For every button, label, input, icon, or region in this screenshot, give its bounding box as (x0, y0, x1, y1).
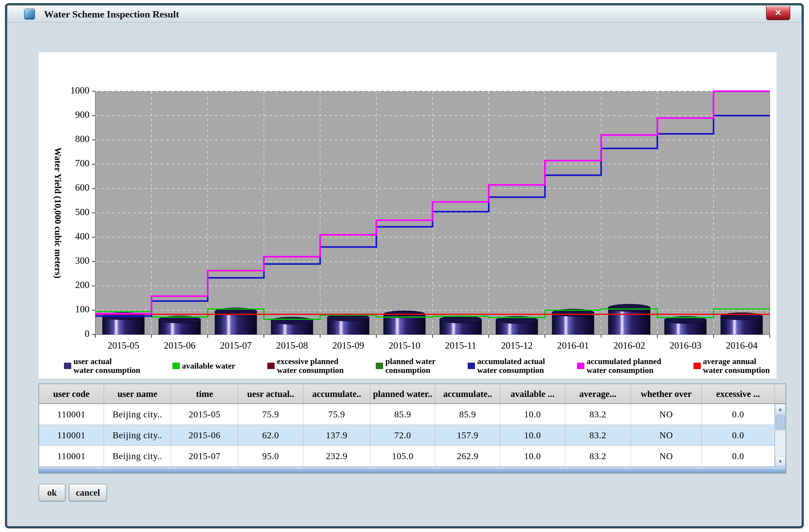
horizontal-scrollbar[interactable] (39, 467, 786, 473)
legend-swatch (267, 363, 275, 369)
y-axis: 01002003004005006007008009001000 (70, 85, 95, 339)
column-header-11[interactable]: excessive ... (702, 384, 775, 404)
table-cell: 0.0 (702, 404, 775, 425)
table-cell: 110001 (39, 446, 104, 467)
table-cell: 75.9 (303, 404, 371, 425)
column-header-6[interactable]: planned water.. (371, 384, 435, 404)
vertical-scrollbar[interactable]: ▲ ▼ (775, 404, 786, 467)
table-row[interactable]: 110001Beijing city..2015-0575.975.985.98… (39, 404, 775, 425)
legend-swatch (577, 363, 584, 369)
table-cell: 10.0 (500, 425, 565, 446)
legend-item-accumulated-actual: accumulated actualwater consumption (468, 357, 545, 375)
table-cell: 75.9 (238, 404, 303, 425)
table-cell: 83.2 (565, 425, 631, 446)
legend-label: user actualwater consumption (73, 357, 140, 375)
column-header-10[interactable]: whether over (631, 384, 702, 404)
table-cell: 83.2 (565, 446, 631, 467)
column-header-5[interactable]: accumulate.. (303, 384, 371, 404)
cancel-button[interactable]: cancel (69, 484, 107, 501)
dialog-buttons: ok cancel (38, 484, 107, 501)
svg-text:900: 900 (75, 109, 89, 120)
column-header-9[interactable]: average... (565, 384, 631, 404)
header-spacer (775, 384, 786, 404)
close-button[interactable]: ✕ (766, 6, 790, 20)
title-bar[interactable]: Water Scheme Inspection Result ✕ (7, 5, 802, 23)
legend-label: accumulated actualwater consumption (477, 357, 545, 375)
column-header-2[interactable]: user name (104, 384, 171, 404)
svg-text:2016-02: 2016-02 (614, 340, 645, 351)
scroll-up-button[interactable]: ▲ (775, 404, 786, 414)
svg-text:2015-09: 2015-09 (332, 340, 364, 351)
legend-label: planned waterconsumption (385, 357, 435, 375)
column-header-3[interactable]: time (171, 384, 238, 404)
table-cell: 110001 (39, 425, 104, 446)
table-cell: 2015-06 (171, 425, 238, 446)
table-cell: 83.2 (565, 404, 631, 425)
table-cell: 0.0 (702, 425, 775, 446)
svg-text:500: 500 (75, 207, 89, 217)
svg-text:600: 600 (75, 182, 89, 193)
window-title: Water Scheme Inspection Result (44, 5, 179, 23)
table-header-row: user codeuser nametimeuesr actual..accum… (39, 384, 786, 404)
table-cell: 10.0 (500, 446, 565, 467)
scrollbar-thumb[interactable] (775, 415, 785, 430)
legend-label: accumulated plannedwater consumption (587, 357, 661, 375)
scroll-down-button[interactable]: ▼ (775, 456, 786, 467)
legend-item-accumulated-planned: accumulated plannedwater consumption (577, 357, 661, 375)
svg-text:2015-10: 2015-10 (389, 340, 420, 351)
ok-button[interactable]: ok (38, 484, 65, 501)
column-header-8[interactable]: available ... (500, 384, 565, 404)
legend-item-average-annual: average annualwater consumption (693, 357, 770, 375)
legend-item-user-actual: user actualwater consumption (64, 357, 140, 375)
column-header-7[interactable]: accumulate.. (435, 384, 500, 404)
y-axis-title: Water Yield (10,000 cubic meters) (53, 147, 63, 278)
table-row[interactable]: 110001Beijing city..2015-0795.0232.9105.… (39, 446, 775, 467)
table-cell: Beijing city.. (104, 446, 171, 467)
dialog-window: Water Scheme Inspection Result ✕ 0100200… (5, 4, 803, 528)
svg-text:2015-11: 2015-11 (445, 340, 476, 351)
arrow-up-icon: ▲ (778, 407, 783, 412)
legend-label: average annualwater consumption (703, 357, 770, 375)
svg-text:300: 300 (75, 255, 89, 266)
table-cell: 62.0 (238, 425, 303, 446)
x-axis: 2015-052015-062015-072015-082015-092015-… (95, 334, 770, 351)
column-header-4[interactable]: uesr actual.. (238, 384, 303, 404)
column-header-1[interactable]: user code (39, 384, 104, 404)
table-cell: 157.9 (435, 425, 500, 446)
svg-text:2015-12: 2015-12 (501, 340, 533, 351)
svg-text:2016-04: 2016-04 (726, 340, 757, 351)
table-row[interactable]: 110001Beijing city..2015-0662.0137.972.0… (39, 425, 775, 446)
legend-swatch (376, 363, 383, 369)
table-cell: 110001 (39, 404, 104, 425)
result-table: user codeuser nametimeuesr actual..accum… (38, 383, 786, 474)
table-cell: NO (631, 425, 702, 446)
table-cell: 10.0 (500, 404, 565, 425)
screen: Water Scheme Inspection Result ✕ 0100200… (0, 0, 809, 532)
legend-item-available-water: available water (172, 362, 235, 371)
legend-label: available water (182, 362, 235, 371)
chart-panel: 010020030040050060070080090010002015-052… (38, 52, 777, 379)
table-cell: 232.9 (303, 446, 371, 467)
svg-text:2016-01: 2016-01 (557, 340, 589, 351)
svg-text:2015-08: 2015-08 (276, 340, 308, 351)
table-cell: NO (631, 404, 702, 425)
svg-text:2015-06: 2015-06 (164, 340, 195, 351)
table-cell: Beijing city.. (104, 404, 171, 425)
table-cell: 2015-05 (171, 404, 238, 425)
table-cell: 85.9 (435, 404, 500, 425)
table-cell: 137.9 (303, 425, 371, 446)
table-cell: 85.9 (371, 404, 435, 425)
app-icon (24, 8, 35, 19)
svg-text:400: 400 (75, 231, 89, 241)
table-cell: NO (631, 446, 702, 467)
chart-legend: user actualwater consumptionavailable wa… (64, 355, 770, 377)
svg-text:2015-07: 2015-07 (220, 340, 252, 351)
legend-swatch (64, 363, 71, 369)
legend-swatch (693, 363, 701, 369)
svg-text:800: 800 (75, 134, 89, 144)
table-cell: 95.0 (238, 446, 303, 467)
legend-swatch (172, 363, 180, 369)
arrow-down-icon: ▼ (778, 459, 783, 464)
svg-text:100: 100 (75, 304, 89, 314)
close-icon: ✕ (775, 8, 782, 18)
